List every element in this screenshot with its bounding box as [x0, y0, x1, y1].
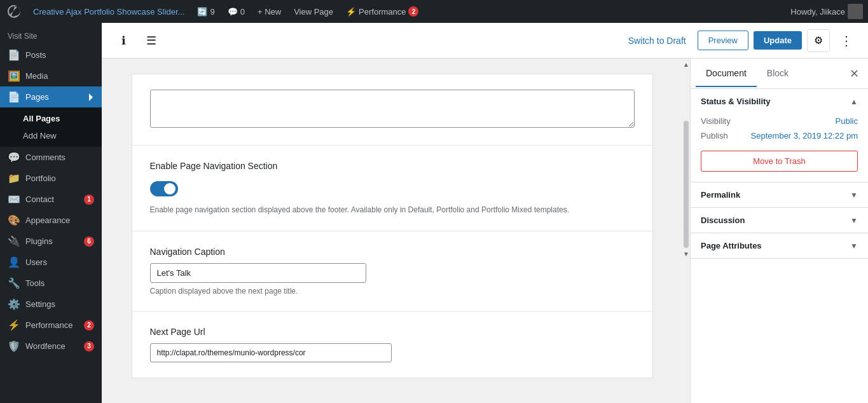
portfolio-icon: 📁 [8, 172, 20, 184]
sidebar-item-plugins[interactable]: 🔌 Plugins 6 [0, 231, 102, 252]
textarea-section [132, 74, 652, 145]
discussion-header[interactable]: Discussion ▼ [691, 208, 868, 233]
next-page-url-input[interactable] [150, 343, 392, 362]
media-icon: 🖼️ [8, 70, 20, 82]
page-attributes-chevron-icon: ▼ [850, 242, 858, 250]
sidebar-item-users[interactable]: 👤 Users [0, 252, 102, 273]
wordpress-logo[interactable] [5, 3, 23, 20]
sidebar-item-comments[interactable]: 💬 Comments [0, 147, 102, 168]
toggle-slider [150, 181, 178, 196]
status-chevron-icon: ▲ [850, 97, 858, 106]
content-textarea[interactable] [150, 90, 635, 128]
updates-icon: 🔄 [197, 7, 207, 17]
tools-icon: 🔧 [8, 277, 20, 289]
next-page-url-label: Next Page Url [150, 327, 635, 337]
status-visibility-header[interactable]: Status & Visibility ▲ [691, 89, 868, 114]
sidebar-item-wordfence[interactable]: 🛡️ Wordfence 3 [0, 336, 102, 357]
visibility-row: Visibility Public [701, 116, 858, 126]
pages-icon: 📄 [8, 91, 20, 103]
sidebar-submenu-add-new[interactable]: Add New [0, 127, 102, 144]
nav-caption-section: Navigation Caption Caption displayed abo… [132, 231, 652, 311]
admin-bar-right: Howdy, Jiikace [790, 4, 863, 19]
pages-arrow [89, 93, 97, 101]
scroll-up-button[interactable]: ▲ [682, 58, 690, 70]
admin-updates[interactable]: 🔄 9 [192, 0, 219, 23]
tab-block[interactable]: Block [757, 60, 799, 87]
sidebar-item-portfolio[interactable]: 📁 Portfolio [0, 168, 102, 189]
sidebar-item-appearance[interactable]: 🎨 Appearance [0, 210, 102, 231]
editor-scroll-wrap: Enable Page Navigation Section Enable pa… [102, 58, 690, 403]
editor-toolbar: ℹ ☰ Switch to Draft Preview Update ⚙ ⋮ [102, 23, 868, 58]
editor-wrap: ℹ ☰ Switch to Draft Preview Update ⚙ ⋮ [102, 23, 868, 403]
sidebar-item-contact[interactable]: ✉️ Contact 1 [0, 189, 102, 210]
wordfence-icon: 🛡️ [8, 340, 20, 352]
settings-gear-button[interactable]: ⚙ [807, 29, 830, 52]
sidebar-submenu-all-pages[interactable]: All Pages [0, 110, 102, 127]
scrollbar-thumb[interactable] [684, 121, 689, 248]
panel-body: Status & Visibility ▲ Visibility Public … [691, 89, 868, 403]
tab-document[interactable]: Document [696, 60, 757, 87]
contact-icon: ✉️ [8, 193, 20, 205]
toggle-wrap [150, 181, 635, 196]
list-view-button[interactable]: ☰ [140, 29, 163, 52]
editor-block: Enable Page Navigation Section Enable pa… [132, 74, 653, 378]
permalink-header[interactable]: Permalink ▼ [691, 182, 868, 207]
permalink-section: Permalink ▼ [691, 182, 868, 208]
admin-site-title[interactable]: Creative Ajax Portfolio Showcase Slider.… [28, 0, 189, 23]
nav-caption-desc: Caption displayed above the next page ti… [150, 287, 635, 296]
visit-site-link[interactable]: Visit Site [0, 28, 102, 44]
admin-bar: Creative Ajax Portfolio Showcase Slider.… [0, 0, 868, 23]
nav-caption-label: Navigation Caption [150, 247, 635, 257]
discussion-chevron-icon: ▼ [850, 216, 858, 225]
update-button[interactable]: Update [754, 31, 802, 50]
panel-close-button[interactable]: ✕ [845, 65, 863, 83]
right-panel: Document Block ✕ Status & Visibility ▲ V [690, 58, 868, 403]
sidebar-item-settings[interactable]: ⚙️ Settings [0, 294, 102, 315]
enable-nav-section: Enable Page Navigation Section Enable pa… [132, 146, 652, 231]
editor-body: Enable Page Navigation Section Enable pa… [102, 58, 868, 403]
status-visibility-body: Visibility Public Publish September 3, 2… [691, 114, 868, 182]
comments-icon: 💬 [228, 7, 238, 17]
plugins-icon: 🔌 [8, 235, 20, 247]
posts-icon: 📄 [8, 49, 20, 61]
sidebar: Visit Site 📄 Posts 🖼️ Media 📄 Pages All … [0, 23, 102, 403]
user-avatar [848, 4, 863, 19]
sidebar-item-performance[interactable]: ⚡ Performance 2 [0, 315, 102, 336]
nav-toggle[interactable] [150, 181, 178, 196]
admin-new[interactable]: + New [252, 0, 286, 23]
switch-draft-button[interactable]: Switch to Draft [622, 32, 692, 50]
discussion-section: Discussion ▼ [691, 208, 868, 233]
performance-icon: ⚡ [346, 7, 356, 17]
page-attributes-section: Page Attributes ▼ [691, 233, 868, 259]
page-attributes-header[interactable]: Page Attributes ▼ [691, 233, 868, 258]
next-page-url-section: Next Page Url [132, 311, 652, 378]
publish-row: Publish September 3, 2019 12:22 pm [701, 131, 858, 140]
comments-sidebar-icon: 💬 [8, 151, 20, 163]
admin-comments[interactable]: 💬 0 [223, 0, 250, 23]
pages-submenu: All Pages Add New [0, 107, 102, 147]
scroll-down-button[interactable]: ▼ [682, 248, 690, 259]
sidebar-item-media[interactable]: 🖼️ Media [0, 65, 102, 86]
sidebar-item-posts[interactable]: 📄 Posts [0, 44, 102, 65]
editor-content: Enable Page Navigation Section Enable pa… [102, 58, 682, 403]
move-trash-button[interactable]: Move to Trash [701, 151, 858, 172]
preview-button[interactable]: Preview [698, 31, 748, 50]
nav-caption-input[interactable] [150, 263, 366, 283]
info-button[interactable]: ℹ [112, 29, 135, 52]
sidebar-item-tools[interactable]: 🔧 Tools [0, 273, 102, 294]
status-visibility-section: Status & Visibility ▲ Visibility Public … [691, 89, 868, 182]
scrollbar-track: ▲ ▼ [682, 58, 690, 403]
enable-nav-desc: Enable page navigation section displayed… [150, 204, 635, 215]
users-icon: 👤 [8, 256, 20, 268]
admin-performance[interactable]: ⚡ Performance 2 [341, 0, 424, 23]
appearance-icon: 🎨 [8, 214, 20, 226]
main-wrap: Visit Site 📄 Posts 🖼️ Media 📄 Pages All … [0, 23, 868, 403]
settings-icon: ⚙️ [8, 298, 20, 310]
enable-nav-title: Enable Page Navigation Section [150, 161, 635, 171]
panel-tabs: Document Block ✕ [691, 58, 868, 89]
performance-sidebar-icon: ⚡ [8, 319, 20, 331]
more-options-button[interactable]: ⋮ [835, 29, 858, 52]
sidebar-item-pages[interactable]: 📄 Pages [0, 86, 102, 107]
permalink-chevron-icon: ▼ [850, 191, 858, 200]
admin-view-page[interactable]: View Page [289, 0, 338, 23]
